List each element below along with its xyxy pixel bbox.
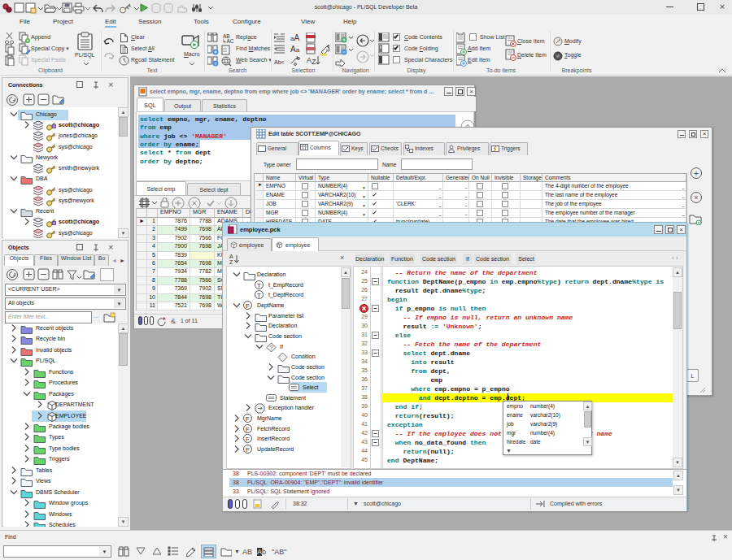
svg-text:Z: Z (229, 259, 233, 264)
svg-text:Ab<: Ab< (274, 59, 285, 65)
svg-text:☷: ☷ (223, 48, 227, 53)
svg-text:↳AC: ↳AC (222, 38, 234, 44)
svg-text:A: A (229, 254, 233, 259)
svg-text:aA: aA (290, 33, 299, 42)
svg-text:?: ? (270, 345, 273, 350)
svg-text:Aa: Aa (290, 45, 300, 54)
svg-text:Z: Z (312, 58, 316, 66)
